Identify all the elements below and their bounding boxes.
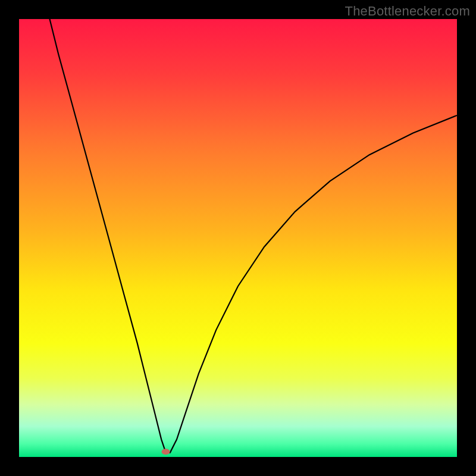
plot-area [19,19,457,457]
gradient-background [19,19,457,457]
chart-frame: TheBottlenecker.com [0,0,476,476]
watermark-text: TheBottlenecker.com [345,4,470,19]
optimal-point-marker [162,449,170,455]
bottleneck-chart [19,19,457,457]
